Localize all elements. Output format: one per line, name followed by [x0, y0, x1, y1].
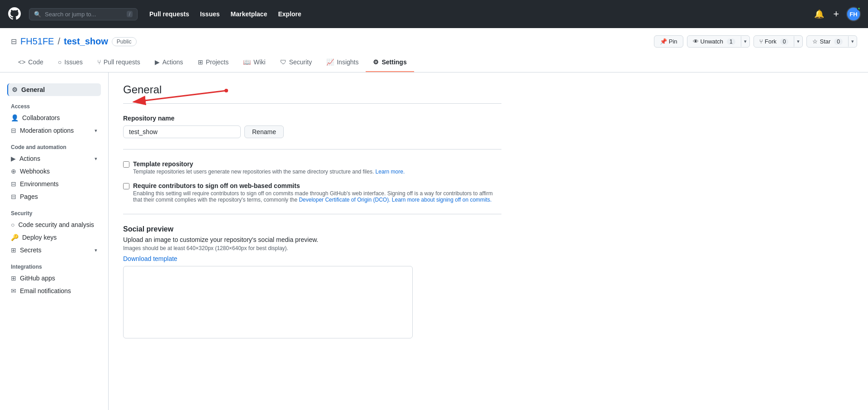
dco-link[interactable]: Developer Certificate of Origin (DCO). [299, 197, 390, 203]
pr-tab-icon: ⑂ [97, 58, 101, 66]
tab-settings[interactable]: ⚙ Settings [366, 53, 414, 72]
template-repo-label[interactable]: Template repository [133, 160, 193, 168]
unwatch-label: Unwatch [701, 38, 724, 45]
visibility-badge: Public [112, 37, 137, 46]
nav-issues[interactable]: Issues [196, 7, 224, 21]
sidebar-item-github-apps[interactable]: ⊞ GitHub apps [7, 272, 101, 285]
notifications-bell[interactable]: 🔔 [812, 7, 826, 21]
unwatch-button[interactable]: 👁 Unwatch 1 [687, 36, 741, 47]
tab-issues[interactable]: ○ Issues [51, 53, 90, 72]
pin-button[interactable]: 📌 Pin [654, 35, 683, 48]
search-placeholder: Search or jump to... [45, 11, 96, 18]
social-preview-sub: Images should be at least 640×320px (128… [123, 245, 501, 251]
sidebar-item-moderation[interactable]: ⊟ Moderation options ▾ [7, 124, 101, 137]
star-btn-group: ☆ Star 0 ▾ [806, 35, 857, 48]
star-button[interactable]: ☆ Star 0 [807, 36, 848, 47]
sidebar-code-automation-section: Code and automation [7, 137, 101, 152]
page-title: General [123, 83, 501, 104]
template-repo-learn-more[interactable]: Learn more. [376, 169, 405, 175]
top-nav-right: 🔔 + FH [812, 6, 861, 22]
repo-name-input[interactable] [123, 125, 241, 138]
slash-badge: / [127, 11, 133, 17]
tab-projects[interactable]: ⊞ Projects [191, 53, 236, 72]
sidebar-pages-label: Pages [20, 193, 38, 200]
divider-1 [123, 149, 501, 150]
fork-button[interactable]: ⑂ Fork 0 [754, 36, 794, 47]
repo-owner[interactable]: FH51FE [20, 36, 54, 47]
nav-explore[interactable]: Explore [273, 7, 305, 21]
tab-code-label: Code [28, 58, 43, 66]
online-badge [857, 7, 861, 10]
top-nav: 🔍 Search or jump to... / Pull requests I… [0, 0, 868, 28]
repo-name[interactable]: test_show [64, 36, 108, 47]
tab-actions-label: Actions [162, 58, 183, 66]
sign-off-row: Require contributors to sign off on web-… [123, 182, 501, 203]
secrets-icon: ⊞ [11, 246, 16, 254]
tab-actions[interactable]: ▶ Actions [148, 53, 191, 72]
tab-pr-label: Pull requests [104, 58, 140, 66]
sign-off-learn-more[interactable]: Learn more about signing off on commits. [392, 197, 492, 203]
moderation-icon: ⊟ [11, 127, 16, 134]
tab-code[interactable]: <> Code [11, 53, 51, 72]
divider-2 [123, 214, 501, 214]
actions-tab-icon: ▶ [155, 58, 160, 66]
repo-tabs: <> Code ○ Issues ⑂ Pull requests ▶ Actio… [11, 53, 857, 72]
email-icon: ✉ [11, 287, 16, 294]
sidebar-item-secrets[interactable]: ⊞ Secrets ▾ [7, 244, 101, 256]
tab-wiki[interactable]: 📖 Wiki [236, 53, 272, 72]
sign-off-label[interactable]: Require contributors to sign off on web-… [133, 182, 300, 189]
sidebar-item-environments[interactable]: ⊟ Environments [7, 178, 101, 190]
create-new-button[interactable]: + [831, 6, 841, 22]
sidebar-item-code-security[interactable]: ○ Code security and analysis [7, 218, 101, 231]
sidebar-item-webhooks[interactable]: ⊕ Webhooks [7, 165, 101, 178]
repo-actions: 📌 Pin 👁 Unwatch 1 ▾ ⑂ Fork [654, 35, 857, 48]
template-repo-desc: Template repositories let users generate… [133, 169, 405, 175]
nav-marketplace[interactable]: Marketplace [226, 7, 272, 21]
sidebar-item-pages[interactable]: ⊟ Pages [7, 190, 101, 203]
sidebar-item-actions[interactable]: ▶ Actions ▾ [7, 152, 101, 165]
tab-insights[interactable]: 📈 Insights [319, 53, 366, 72]
fork-label: Fork [765, 38, 777, 45]
nav-pull-requests[interactable]: Pull requests [145, 7, 194, 21]
repo-title-row: ⊟ FH51FE / test_show Public 📌 Pin 👁 Unwa… [11, 35, 857, 48]
sidebar-item-deploy-keys[interactable]: 🔑 Deploy keys [7, 231, 101, 244]
pages-icon: ⊟ [11, 193, 16, 200]
tab-security[interactable]: 🛡 Security [273, 53, 320, 72]
sidebar-integrations-section: Integrations [7, 256, 101, 272]
download-template-link[interactable]: Download template [123, 255, 177, 262]
star-icon: ☆ [812, 38, 818, 45]
unwatch-dropdown[interactable]: ▾ [741, 36, 749, 47]
sidebar-email-notifications-label: Email notifications [20, 287, 71, 294]
sidebar-github-apps-label: GitHub apps [20, 275, 55, 282]
template-repo-checkbox[interactable] [123, 161, 129, 168]
top-nav-links: Pull requests Issues Marketplace Explore [145, 7, 306, 21]
sidebar-actions-label: Actions [19, 155, 40, 162]
fork-icon: ⑂ [759, 38, 763, 45]
eye-icon: 👁 [693, 38, 699, 45]
user-avatar[interactable]: FH [846, 7, 861, 21]
environments-icon: ⊟ [11, 180, 16, 188]
tab-settings-label: Settings [382, 58, 406, 66]
sidebar-deploy-keys-label: Deploy keys [22, 234, 57, 241]
tab-pull-requests[interactable]: ⑂ Pull requests [90, 53, 148, 72]
sidebar-item-general[interactable]: ⚙ General [7, 83, 101, 96]
sidebar-item-collaborators[interactable]: 👤 Collaborators [7, 111, 101, 124]
sidebar-item-email-notifications[interactable]: ✉ Email notifications [7, 285, 101, 297]
sign-off-checkbox[interactable] [123, 183, 129, 189]
repo-icon: ⊟ [11, 37, 17, 46]
settings-tab-icon: ⚙ [373, 58, 379, 66]
fork-dropdown[interactable]: ▾ [794, 36, 802, 47]
sidebar-environments-label: Environments [20, 180, 59, 188]
sidebar-secrets-label: Secrets [20, 246, 41, 254]
github-apps-icon: ⊞ [11, 275, 16, 282]
repo-name-label: Repository name [123, 115, 501, 122]
github-logo[interactable] [7, 6, 22, 22]
search-bar[interactable]: 🔍 Search or jump to... / [29, 8, 138, 20]
star-dropdown[interactable]: ▾ [848, 36, 857, 47]
avatar-initials: FH [849, 11, 857, 18]
tab-projects-label: Projects [206, 58, 229, 66]
repo-header: ⊟ FH51FE / test_show Public 📌 Pin 👁 Unwa… [0, 28, 868, 72]
repo-name-row: Rename [123, 125, 501, 138]
rename-button[interactable]: Rename [244, 125, 284, 138]
secrets-chevron: ▾ [95, 247, 97, 253]
